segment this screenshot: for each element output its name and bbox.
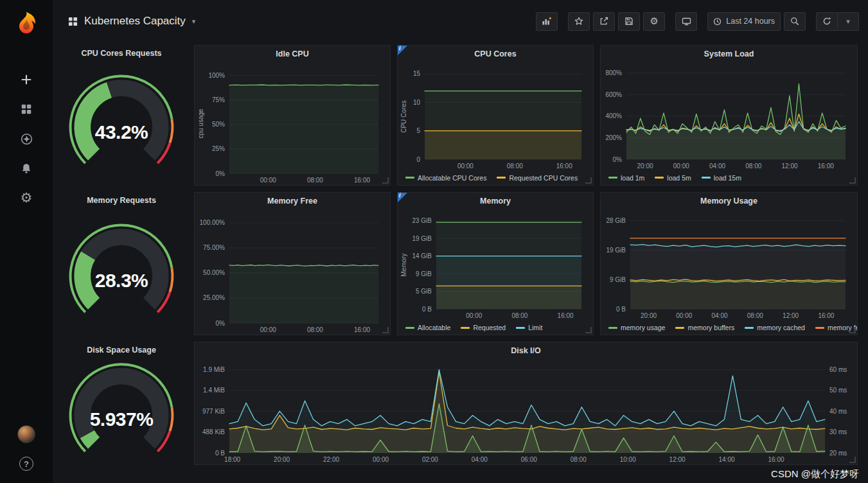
time-range-label: Last 24 hours <box>726 17 775 26</box>
panel-title[interactable]: Disk I/O <box>511 346 541 355</box>
panel-title[interactable]: Memory <box>480 197 511 206</box>
panel-header[interactable]: Memory Free <box>195 193 390 209</box>
panel-title[interactable]: System Load <box>704 49 754 58</box>
svg-text:16:00: 16:00 <box>556 162 572 170</box>
share-button[interactable] <box>593 12 615 31</box>
svg-text:100%: 100% <box>208 72 225 79</box>
svg-text:75.00%: 75.00% <box>203 244 225 251</box>
zoom-out-button[interactable] <box>784 12 806 31</box>
svg-text:20 ms: 20 ms <box>829 450 847 457</box>
panel-title[interactable]: Memory Free <box>267 197 317 206</box>
clock-icon <box>713 17 722 26</box>
chart-cpu-cores[interactable]: 05101500:0008:0016:00 <box>408 62 590 171</box>
sidebar-alerting-button[interactable] <box>12 155 40 181</box>
gauge-disk-space-usage[interactable]: 5.937% <box>55 358 188 465</box>
chart-idle-cpu[interactable]: 0%25%50%75%100%00:0008:0016:00 <box>205 62 387 185</box>
panel-title[interactable]: CPU Cores Requests <box>81 49 161 58</box>
svg-text:16:00: 16:00 <box>354 177 370 184</box>
legend-item[interactable]: memory cached <box>745 324 805 331</box>
panel-info-icon[interactable]: i <box>398 193 407 202</box>
save-button[interactable] <box>618 12 640 31</box>
grafana-logo[interactable] <box>12 10 40 41</box>
add-panel-button[interactable] <box>536 12 558 31</box>
panel-header[interactable]: Disk Space Usage <box>55 342 188 358</box>
svg-text:18:00: 18:00 <box>224 456 240 463</box>
svg-text:08:00: 08:00 <box>571 456 587 463</box>
panel-header[interactable]: CPU Cores Requests <box>55 45 188 62</box>
svg-text:08:00: 08:00 <box>511 312 527 319</box>
svg-text:08:00: 08:00 <box>745 162 761 170</box>
panel-header[interactable]: CPU Cores <box>398 46 593 62</box>
svg-text:10:00: 10:00 <box>620 456 636 463</box>
panel-title[interactable]: Disk Space Usage <box>87 346 156 355</box>
svg-text:00:00: 00:00 <box>373 456 389 463</box>
gear-icon: ⚙ <box>21 191 33 205</box>
legend-item[interactable]: load 5m <box>655 174 691 182</box>
cycle-view-button[interactable] <box>675 12 697 31</box>
legend-item[interactable]: Allocatable <box>405 324 450 331</box>
legend-item[interactable]: memory buffers <box>675 324 734 331</box>
svg-text:25%: 25% <box>212 145 225 152</box>
svg-text:00:00: 00:00 <box>466 312 482 319</box>
dashboard-settings-button[interactable]: ⚙ <box>643 12 665 31</box>
explore-compass-icon <box>20 132 33 146</box>
sidebar-create-button[interactable] <box>12 67 40 92</box>
panel-header[interactable]: System Load <box>601 46 857 62</box>
panel-disk-space-usage: Disk Space Usage 5.937% <box>55 342 188 465</box>
svg-text:50%: 50% <box>212 121 225 128</box>
svg-text:16:00: 16:00 <box>558 312 574 319</box>
svg-text:400%: 400% <box>605 112 622 119</box>
sidebar-dashboards-button[interactable] <box>12 96 40 122</box>
svg-text:1.9 MiB: 1.9 MiB <box>203 366 225 373</box>
refresh-button[interactable] <box>816 12 838 31</box>
y-axis-label: CPU Cores <box>399 62 408 171</box>
chart-disk-io[interactable]: 0 B488 KiB977 KiB1.4 MiB1.9 MiB20 ms30 m… <box>196 359 855 464</box>
svg-text:08:00: 08:00 <box>747 312 763 319</box>
save-icon <box>624 17 633 26</box>
legend-item[interactable]: memory free <box>815 324 857 331</box>
panel-title[interactable]: Memory Usage <box>700 197 757 206</box>
legend-item[interactable]: Requested CPU Cores <box>497 174 578 182</box>
legend-item[interactable]: load 15m <box>702 174 741 182</box>
watermark: CSDN @做个好梦呀 <box>771 468 859 480</box>
sidebar-configuration-button[interactable]: ⚙ <box>12 185 40 211</box>
svg-text:06:00: 06:00 <box>521 456 537 463</box>
panel-header[interactable]: Memory Usage <box>601 193 857 209</box>
svg-text:00:00: 00:00 <box>676 312 692 319</box>
legend: AllocatableRequestedLimit <box>398 321 593 335</box>
legend-item[interactable]: Requested <box>461 324 506 331</box>
legend-item[interactable]: Limit <box>516 324 542 331</box>
legend-item[interactable]: memory usage <box>608 324 665 331</box>
chart-memory-free[interactable]: 0%25.00%50.00%75.00%100.00%00:0008:0016:… <box>196 209 387 335</box>
sidebar-help-button[interactable]: ? <box>12 451 40 477</box>
panel-title[interactable]: CPU Cores <box>474 49 516 58</box>
time-range-button[interactable]: Last 24 hours <box>707 12 781 31</box>
panel-info-icon[interactable]: i <box>398 46 407 55</box>
monitor-icon <box>682 17 691 26</box>
page-title[interactable]: Kubernetes Capacity <box>84 15 186 28</box>
panel-header[interactable]: Disk I/O <box>195 342 857 359</box>
legend-item[interactable]: Allocatable CPU Cores <box>405 174 486 182</box>
dashboard-title-group[interactable]: Kubernetes Capacity ▾ <box>68 15 195 28</box>
gauge-cpu-cores-requests[interactable]: 43.2% <box>55 62 188 186</box>
refresh-interval-button[interactable]: ▾ <box>837 12 859 31</box>
svg-text:19 GiB: 19 GiB <box>412 235 432 242</box>
panel-title[interactable]: Idle CPU <box>276 49 308 58</box>
gauge-memory-requests[interactable]: 28.3% <box>55 209 188 335</box>
panel-cpu-cores: i CPU Cores CPU Cores 05101500:0008:0016… <box>397 45 594 186</box>
svg-text:08:00: 08:00 <box>307 177 323 184</box>
title-caret-icon[interactable]: ▾ <box>192 17 196 26</box>
panel-title[interactable]: Memory Requests <box>87 196 156 205</box>
chart-system-load[interactable]: 0%200%400%600%800%20:0000:0004:0008:0012… <box>602 62 855 171</box>
sidebar-explore-button[interactable] <box>12 126 40 152</box>
legend-item[interactable]: load 1m <box>608 174 644 182</box>
chart-memory-usage[interactable]: 0 B9 GiB19 GiB28 GiB20:0000:0004:0008:00… <box>602 209 855 321</box>
chart-memory[interactable]: 0 B5 GiB9 GiB14 GiB19 GiB23 GiB00:0008:0… <box>408 209 590 321</box>
panel-cpu-cores-requests: CPU Cores Requests 43.2% <box>55 45 188 186</box>
panel-header[interactable]: Idle CPU <box>195 46 390 62</box>
mark-favorite-button[interactable] <box>568 12 590 31</box>
panel-header[interactable]: Memory <box>398 193 593 209</box>
sidebar-profile-button[interactable] <box>12 421 40 447</box>
svg-text:00:00: 00:00 <box>260 177 276 184</box>
panel-header[interactable]: Memory Requests <box>55 192 188 209</box>
